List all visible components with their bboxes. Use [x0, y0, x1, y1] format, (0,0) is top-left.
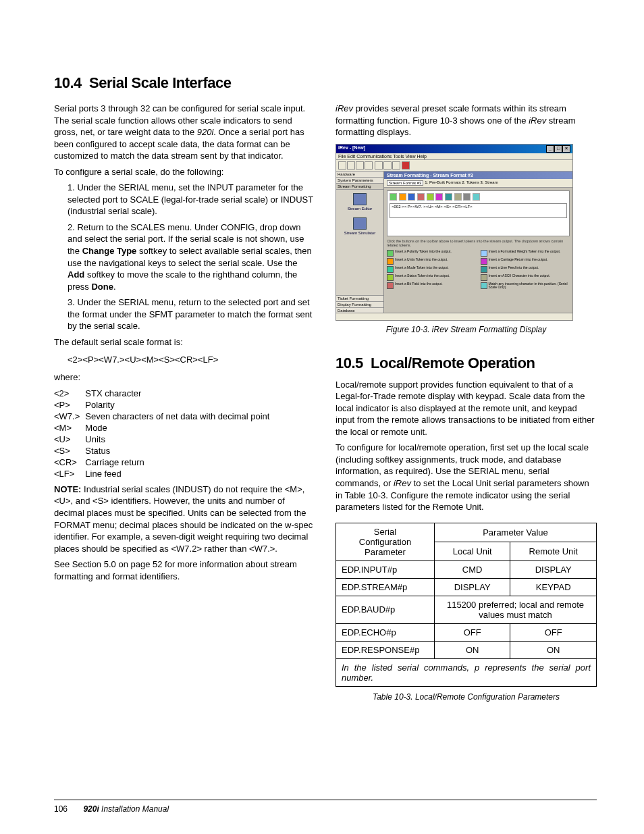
step-2: 2. Return to the SCALES menu. Under CONF… — [68, 221, 315, 292]
sidebar-stream-formatting[interactable]: Stream Formatting — [336, 184, 383, 190]
minimize-icon[interactable]: _ — [546, 145, 554, 153]
toolbar[interactable] — [336, 160, 572, 172]
lf-token-icon[interactable] — [445, 193, 452, 201]
mode-token-icon[interactable] — [408, 193, 415, 201]
legend-row: Insert a Status Token into the output. — [387, 274, 477, 281]
page-footer: 106 920i Installation Manual — [54, 800, 597, 814]
tok-key: <M> — [54, 422, 85, 434]
legend-row: Insert an ASCII Character into the outpu… — [481, 274, 570, 281]
fig-rest: Stream Formatting Display — [448, 325, 546, 334]
match-token-icon[interactable] — [473, 193, 480, 201]
config-intro: To configure a serial scale, do the foll… — [54, 166, 315, 178]
footer-product: 920i — [83, 804, 99, 814]
section-10-4-heading: 10.4 Serial Scale Interface — [54, 74, 597, 92]
format-string-field[interactable]: <002·><·P><W7.·><U>·<M>·<S>·<CR><LF> — [390, 203, 567, 218]
sidebar-stream-simulator[interactable]: Stream Simulator — [336, 214, 383, 238]
col-serial-param: Serial Configuration Parameter — [336, 523, 435, 561]
menu-bar[interactable]: File Edit Communications Tools View Help — [336, 153, 572, 160]
weight-token-icon[interactable] — [427, 193, 434, 201]
stop-icon[interactable] — [402, 161, 410, 170]
table-row: <2>STX character — [54, 388, 275, 399]
cell-local: OFF — [434, 623, 510, 641]
table-row: <CR>Carriage return — [54, 457, 275, 468]
intro-paragraph: Serial ports 3 through 32 can be configu… — [54, 103, 315, 162]
ascii-token-icon[interactable] — [454, 193, 462, 201]
swatch-icon — [387, 258, 394, 265]
note-text: Industrial serial scales (INDUST) do not… — [54, 484, 313, 554]
legend-text: Insert a Line Feed into the output. — [489, 266, 539, 270]
legend-text: Insert a Bit Field into the output. — [395, 282, 443, 286]
section-num: 10.4 — [54, 74, 82, 91]
table-caption: Table 10-3. Local/Remote Configuration P… — [336, 692, 597, 702]
token-toolbar[interactable] — [390, 193, 567, 201]
tok-key: <CR> — [54, 457, 85, 468]
swatch-icon — [481, 282, 487, 289]
local-remote-table: Serial Configuration Parameter Parameter… — [336, 523, 597, 687]
sidebar-stream-editor[interactable]: Stream Editor — [336, 190, 383, 214]
product-920i: 920i — [197, 127, 214, 137]
sidebar: Hardware System Parameters Stream Format… — [336, 172, 384, 313]
cut-icon[interactable] — [375, 161, 383, 170]
cell-local: CMD — [434, 561, 510, 578]
irev-name: iRev — [394, 478, 411, 488]
tok-val: Carriage return — [85, 457, 275, 468]
lr-p1: Local/remote support provides function e… — [336, 379, 597, 438]
legend-text: Insert an ASCII Character into the outpu… — [489, 274, 550, 278]
label: Stream Simulator — [344, 231, 375, 235]
label: Stream Editor — [348, 207, 373, 211]
irev-name: iRev — [529, 115, 546, 126]
window-buttons[interactable]: _□× — [546, 145, 570, 153]
legend: Insert a Polarity Token into the output.… — [387, 250, 570, 291]
tok-val: Seven characters of net data with decima… — [85, 411, 275, 422]
tab-strip[interactable]: 1: Pre-Built Formats 2: Tokens 3: Stream — [425, 180, 498, 186]
polarity-token-icon[interactable] — [390, 193, 397, 201]
cell-remote: DISPLAY — [510, 561, 597, 578]
swatch-icon — [387, 282, 394, 289]
sidebar-system-parameters[interactable]: System Parameters — [336, 178, 383, 184]
swatch-icon — [481, 250, 487, 257]
step-1: 1. Under the SERIAL menu, set the INPUT … — [68, 182, 315, 217]
copy-icon[interactable] — [383, 161, 392, 170]
swatch-icon — [481, 274, 487, 281]
close-icon[interactable]: × — [562, 145, 570, 153]
tok-val: Status — [85, 445, 275, 457]
sidebar-display-formatting[interactable]: Display Formatting — [336, 301, 383, 307]
section-title: Local/Remote Operation — [371, 355, 535, 371]
sidebar-hardware[interactable]: Hardware — [336, 172, 383, 178]
print-icon[interactable] — [365, 161, 373, 170]
sidebar-ticket-formatting[interactable]: Ticket Formatting — [336, 295, 383, 301]
cr-token-icon[interactable] — [435, 193, 443, 201]
cell-remote: OFF — [510, 623, 597, 641]
window-titlebar[interactable]: iRev - [New] _□× — [336, 145, 572, 153]
irev-screenshot: iRev - [New] _□× File Edit Communication… — [336, 144, 573, 321]
table-row: EDP.INPUT#p CMD DISPLAY — [336, 561, 597, 578]
legend-text: Insert a Mode Token into the output. — [395, 266, 449, 270]
table-row: <M>Mode — [54, 422, 275, 434]
table-row: EDP.RESPONSE#p ON ON — [336, 641, 597, 658]
new-icon[interactable] — [338, 161, 346, 170]
maximize-icon[interactable]: □ — [554, 145, 562, 153]
units-token-icon[interactable] — [399, 193, 406, 201]
swatch-icon — [481, 266, 487, 273]
save-icon[interactable] — [356, 161, 364, 170]
irev-name: iRev — [336, 103, 353, 113]
figure-caption: Figure 10-3. iRev Stream Formatting Disp… — [336, 325, 597, 334]
tok-key: <P> — [54, 399, 85, 411]
table-row: <P>Polarity — [54, 399, 275, 411]
bit-token-icon[interactable] — [463, 193, 471, 201]
table-row: <U>Units — [54, 434, 275, 445]
paste-icon[interactable] — [392, 161, 400, 170]
format-dropdown[interactable]: Stream Format #3 — [387, 180, 423, 186]
cell-param: EDP.STREAM#p — [336, 578, 435, 596]
status-token-icon[interactable] — [417, 193, 425, 201]
cell-param: EDP.BAUD#p — [336, 596, 435, 623]
tok-val: Mode — [85, 422, 275, 434]
col-remote: Remote Unit — [510, 542, 597, 561]
cell-span: 115200 preferred; local and remote value… — [434, 596, 596, 623]
legend-text: Insert a Status Token into the output. — [395, 274, 450, 278]
fig-irev: iRev — [432, 325, 448, 334]
main-panel: Stream Formatting - Stream Format #3 Str… — [384, 172, 572, 313]
swatch-icon — [481, 258, 487, 265]
cell-local: DISPLAY — [434, 578, 510, 596]
open-icon[interactable] — [347, 161, 355, 170]
